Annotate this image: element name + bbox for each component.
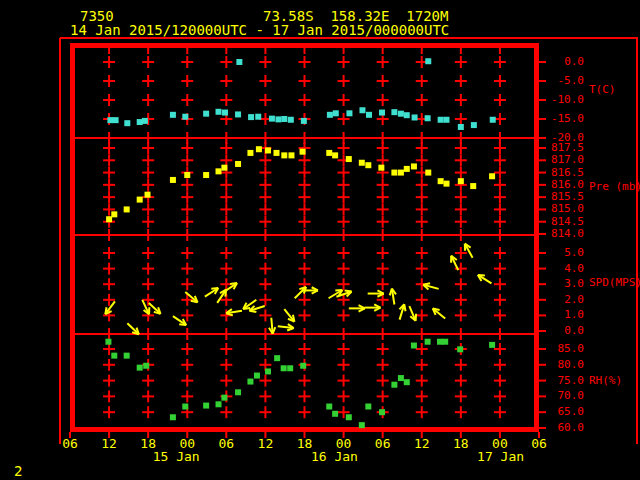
y-tick-label: 814.0 [534, 227, 584, 240]
temperature-point [425, 58, 431, 64]
wind-arrow-head [293, 315, 294, 322]
temperature-point [281, 116, 287, 122]
pressure-point [124, 206, 130, 212]
pressure-point [458, 178, 464, 184]
y-tick-label: 0.0 [534, 324, 584, 337]
y-tick-label: 4.0 [534, 262, 584, 275]
temperature-point [438, 117, 444, 123]
wind-arrow-head [211, 288, 218, 289]
pressure-point [391, 170, 397, 176]
temperature-point [255, 114, 261, 120]
humidity-point [346, 414, 352, 420]
y-tick-label: 817.5 [534, 141, 584, 154]
temperature-point [412, 114, 418, 120]
pressure-point [273, 150, 279, 156]
temperature-point [333, 110, 339, 116]
pressure-point [438, 178, 444, 184]
pressure-point [106, 216, 112, 222]
wind-arrow-head [345, 290, 352, 291]
pressure-point [145, 192, 151, 198]
humidity-point [300, 363, 306, 369]
temperature-point [398, 111, 404, 117]
pressure-point [359, 160, 365, 166]
pressure-point [221, 165, 227, 171]
temperature-point [235, 111, 241, 117]
pressure-point [247, 150, 253, 156]
humidity-point [411, 343, 417, 349]
y-tick-label: -5.0 [534, 74, 584, 87]
pressure-point [326, 150, 332, 156]
pressure-point [365, 162, 371, 168]
y-tick-label: 75.0 [534, 374, 584, 387]
plot-border-bottom [70, 427, 539, 432]
humidity-point [216, 401, 222, 407]
pressure-point [235, 161, 241, 167]
y-tick-label: 817.0 [534, 153, 584, 166]
x-date-label: 15 Jan [153, 450, 200, 463]
temperature-point [379, 110, 385, 116]
humidity-point [326, 404, 332, 410]
temperature-point [269, 116, 275, 122]
humidity-point [105, 339, 111, 345]
humidity-point [489, 342, 495, 348]
humidity-point [425, 339, 431, 345]
wind-arrow-head [390, 289, 392, 296]
pressure-point [411, 163, 417, 169]
x-hour-label: 06 [219, 437, 235, 450]
humidity-point [111, 353, 117, 359]
humidity-point [398, 375, 404, 381]
pressure-point [404, 166, 410, 172]
temperature-point [124, 120, 130, 126]
y-tick-label: 60.0 [534, 421, 584, 434]
x-date-label: 17 Jan [477, 450, 524, 463]
panel-separator [70, 333, 539, 335]
wind-arrow-head [243, 308, 250, 309]
temperature-point [142, 118, 148, 124]
y-tick-label: 3.0 [534, 277, 584, 290]
y-tick-label: 65.0 [534, 405, 584, 418]
panel-separator [70, 137, 539, 139]
panel-separator [70, 234, 539, 236]
plot-border-left [70, 43, 75, 432]
pressure-point [489, 173, 495, 179]
humidity-point [359, 422, 365, 428]
pressure-point [281, 152, 287, 158]
x-hour-label: 06 [62, 437, 78, 450]
temperature-point [444, 117, 450, 123]
temperature-point [113, 117, 119, 123]
panel-unit-label: T(C) [589, 83, 616, 96]
temperature-point [366, 112, 372, 118]
wind-arrow-head [249, 311, 256, 312]
plot-border-top [70, 43, 539, 48]
temperature-point [182, 114, 188, 120]
pressure-point [265, 147, 271, 153]
humidity-point [143, 363, 149, 369]
x-hour-label: 12 [101, 437, 117, 450]
temperature-point [248, 114, 254, 120]
temperature-point [327, 112, 333, 118]
y-tick-label: 80.0 [534, 358, 584, 371]
humidity-point [265, 368, 271, 374]
x-hour-label: 12 [414, 437, 430, 450]
pressure-point [170, 177, 176, 183]
temperature-point [404, 112, 410, 118]
page-number: 2 [14, 464, 22, 478]
humidity-point [391, 382, 397, 388]
y-tick-label: 816.0 [534, 178, 584, 191]
humidity-point [124, 353, 130, 359]
y-tick-label: 814.5 [534, 215, 584, 228]
x-hour-label: 12 [258, 437, 274, 450]
temperature-point [301, 118, 307, 124]
humidity-point [221, 395, 227, 401]
pressure-point [216, 168, 222, 174]
pressure-point [470, 183, 476, 189]
pressure-point [398, 170, 404, 176]
wind-arrow-head [230, 283, 237, 284]
humidity-point [457, 346, 463, 352]
temperature-point [425, 115, 431, 121]
humidity-point [170, 414, 176, 420]
y-tick-label: -15.0 [534, 112, 584, 125]
humidity-point [281, 365, 287, 371]
y-tick-label: 85.0 [534, 342, 584, 355]
panel-unit-label: RH(%) [589, 374, 622, 387]
